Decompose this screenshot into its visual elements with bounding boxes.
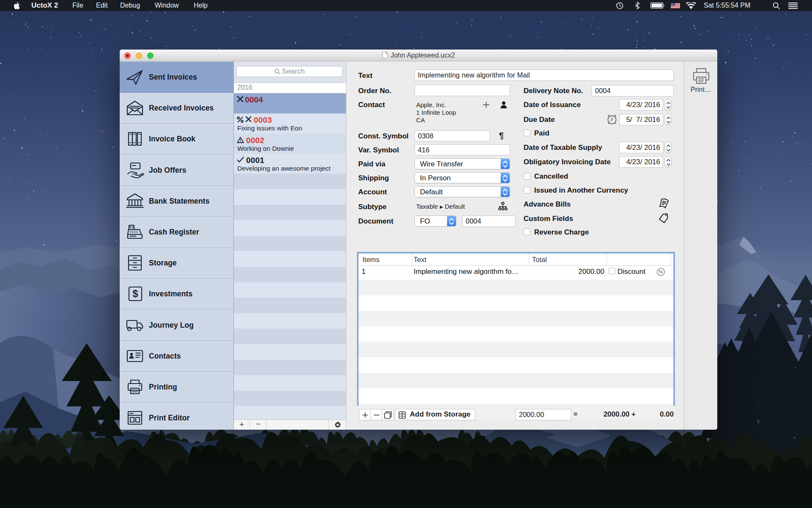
svg-text:$: $ (132, 288, 138, 299)
svg-text:%: % (659, 269, 663, 274)
